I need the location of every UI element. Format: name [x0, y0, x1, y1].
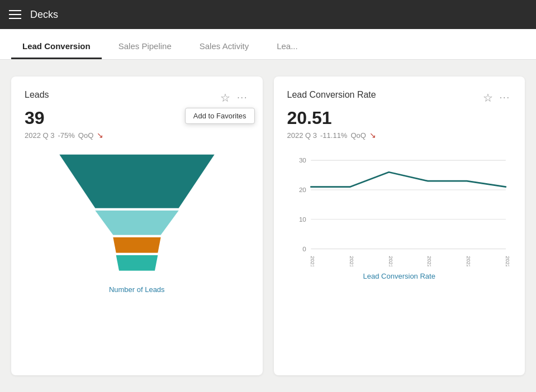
conversion-value: 20.51	[287, 108, 512, 128]
conversion-card-actions: ☆ ···	[482, 90, 511, 106]
funnel-chart-label: Number of Leads	[109, 285, 165, 294]
tab-sales-activity[interactable]: Sales Activity	[188, 41, 260, 59]
svg-text:0: 0	[302, 245, 306, 252]
app-title: Decks	[30, 9, 58, 21]
conversion-card-title: Lead Conversion Rate	[287, 90, 376, 100]
leads-card-title: Leads	[25, 90, 49, 100]
main-content: Leads ☆ ··· Add to Favorites 39 2022 Q 3…	[0, 60, 536, 392]
conversion-add-to-favorites-button[interactable]: ☆	[482, 90, 494, 106]
conversion-more-options-button[interactable]: ···	[499, 92, 511, 104]
svg-marker-2	[113, 237, 160, 253]
line-chart-label: Lead Conversion Rate	[287, 272, 512, 280]
conversion-card-header: Lead Conversion Rate ☆ ···	[287, 90, 512, 106]
leads-trend-icon: ↘	[97, 131, 103, 140]
line-chart-svg: 30 20 10 0 2021 Q 2 2021 Q 3 2021 Q 4 20…	[287, 149, 512, 266]
conversion-card: Lead Conversion Rate ☆ ··· 20.51 2022 Q …	[274, 77, 525, 375]
leads-change: -75%	[58, 131, 75, 140]
svg-text:2021 Q 3: 2021 Q 3	[348, 256, 354, 266]
funnel-chart: Number of Leads	[25, 149, 249, 294]
tab-lead-conversion[interactable]: Lead Conversion	[11, 41, 102, 59]
leads-change-suffix: QoQ	[78, 131, 93, 140]
conversion-change-suffix: QoQ	[350, 131, 366, 140]
svg-text:2021 Q 2: 2021 Q 2	[310, 256, 316, 266]
svg-text:2022 Q 2: 2022 Q 2	[466, 256, 472, 266]
conversion-trend-icon: ↘	[369, 131, 376, 140]
leads-card-header: Leads ☆ ··· Add to Favorites	[25, 90, 249, 106]
add-to-favorites-button[interactable]: ☆	[219, 90, 231, 106]
svg-text:20: 20	[298, 186, 306, 193]
conversion-change: -11.11%	[320, 131, 347, 140]
more-options-button[interactable]: ···	[236, 92, 249, 104]
svg-text:10: 10	[298, 216, 306, 223]
svg-text:2022 Q 1: 2022 Q 1	[426, 256, 433, 266]
leads-card-actions: ☆ ··· Add to Favorites	[219, 90, 249, 106]
leads-meta: 2022 Q 3 -75% QoQ ↘	[25, 131, 249, 140]
svg-text:2021 Q 4: 2021 Q 4	[387, 256, 393, 266]
svg-marker-1	[95, 211, 178, 235]
svg-text:2022 Q 3: 2022 Q 3	[504, 256, 510, 266]
tab-more[interactable]: Lea...	[265, 41, 309, 59]
svg-marker-3	[116, 255, 158, 271]
svg-marker-0	[59, 155, 214, 208]
funnel-svg	[48, 149, 226, 280]
leads-card: Leads ☆ ··· Add to Favorites 39 2022 Q 3…	[11, 77, 263, 375]
tab-bar: Lead Conversion Sales Pipeline Sales Act…	[0, 29, 536, 60]
svg-text:30: 30	[298, 156, 306, 164]
line-chart: 30 20 10 0 2021 Q 2 2021 Q 3 2021 Q 4 20…	[287, 149, 512, 280]
app-header: Decks	[0, 0, 536, 29]
menu-button[interactable]	[9, 10, 21, 19]
tab-sales-pipeline[interactable]: Sales Pipeline	[107, 41, 183, 59]
conversion-period: 2022 Q 3	[287, 131, 317, 140]
add-to-favorites-tooltip[interactable]: Add to Favorites	[185, 108, 255, 124]
conversion-meta: 2022 Q 3 -11.11% QoQ ↘	[287, 131, 512, 140]
leads-period: 2022 Q 3	[25, 131, 55, 140]
